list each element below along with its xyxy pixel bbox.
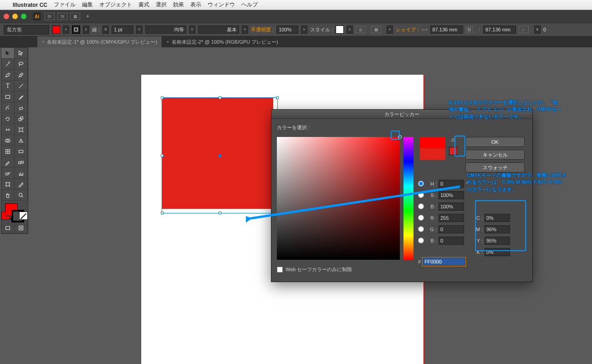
corner-icon[interactable]: ⌐ [519,26,529,33]
blend-tool-icon[interactable] [15,157,28,168]
line-tool-icon[interactable] [15,81,28,91]
pen-tool-icon[interactable] [1,70,15,81]
k-input[interactable] [485,248,510,256]
shaper-tool-icon[interactable] [1,102,15,113]
style-drop-icon[interactable]: ▾ [347,25,353,34]
r-radio[interactable] [418,215,424,221]
cancel-button[interactable]: キャンセル [465,150,525,160]
lasso-tool-icon[interactable] [15,59,28,70]
eyedropper-tool-icon[interactable] [1,157,15,168]
align-drop-icon[interactable]: ▾ [387,25,393,34]
recolor-icon[interactable]: ◎ [356,26,366,33]
menu-effect[interactable]: 効果 [173,1,184,9]
gamut-warning-icon[interactable]: ⚠ [449,137,457,143]
document-tab[interactable]: × 名称未設定-1* @ 100% (CMYK/GPU プレビュー) [37,36,162,47]
stroke-profile-drop-icon[interactable]: ▾ [189,25,195,34]
g-input[interactable] [439,225,464,233]
y-input[interactable] [485,237,510,245]
opacity-input[interactable] [276,25,298,34]
stroke-weight-drop-icon[interactable]: ▾ [136,25,143,34]
free-transform-tool-icon[interactable] [15,124,28,135]
fill-dropdown-icon[interactable]: ▾ [63,25,69,34]
eraser-tool-icon[interactable] [15,102,28,113]
m-input[interactable] [485,225,510,233]
bridge-icon[interactable]: Br [45,13,55,20]
brush-drop-icon[interactable]: ▾ [242,25,248,34]
saturation-value-field[interactable] [277,137,400,260]
b-radio[interactable] [418,203,424,209]
menu-help[interactable]: ヘルプ [241,1,258,9]
gpu-icon[interactable]: ✈ [83,13,93,20]
menu-select[interactable]: 選択 [156,1,167,9]
menu-type[interactable]: 書式 [138,1,149,9]
shape-width-input[interactable] [430,25,463,34]
document-tab[interactable]: × 名称未設定-2* @ 100% (RGB/GPU プレビュー) [162,36,283,47]
app-name[interactable]: Illustrator CC [13,2,47,8]
r-input[interactable] [439,214,464,222]
hand-tool-icon[interactable] [1,190,15,201]
shape-height-input[interactable] [483,25,516,34]
stroke-swatch[interactable] [72,25,80,34]
ok-button[interactable]: OK [465,137,525,147]
shape-label[interactable]: シェイプ : [396,26,418,33]
stroke-profile-select[interactable] [145,25,186,34]
paintbrush-tool-icon[interactable] [15,91,28,102]
arrange-documents-icon[interactable]: ▦ [70,13,80,20]
shape-builder-tool-icon[interactable] [1,135,15,146]
close-window-icon[interactable] [4,14,9,19]
menu-window[interactable]: ウィンドウ [208,1,235,9]
link-wh-icon[interactable]: ⛓ [466,26,473,33]
hue-slider[interactable] [403,137,413,260]
stock-icon[interactable]: St [57,13,67,20]
graph-tool-icon[interactable] [15,168,28,179]
close-tab-icon[interactable]: × [167,40,169,44]
perspective-tool-icon[interactable] [15,135,28,146]
b2-input[interactable] [439,237,464,245]
magic-wand-tool-icon[interactable] [1,59,15,70]
b2-radio[interactable] [418,238,424,243]
h-input[interactable] [439,180,464,188]
style-swatch[interactable] [336,25,344,34]
opacity-label[interactable]: 不透明度 : [251,26,274,33]
color-mode-none-icon[interactable] [19,212,28,220]
width-tool-icon[interactable] [1,124,15,135]
b-input[interactable] [439,202,464,211]
symbol-sprayer-tool-icon[interactable] [1,168,15,179]
websafe-checkbox[interactable] [277,267,283,273]
rectangle-shape[interactable] [162,97,273,209]
rectangle-tool-icon[interactable] [1,91,15,102]
screen-mode-icon[interactable] [1,222,15,233]
h-radio[interactable] [418,181,424,187]
draw-mode-icon[interactable] [15,222,28,233]
artboard-tool-icon[interactable] [1,179,15,190]
gamut-closest-swatch[interactable] [449,147,457,155]
selection-tool-icon[interactable] [1,48,15,59]
zoom-window-icon[interactable] [21,14,26,19]
slice-tool-icon[interactable] [15,179,28,190]
minimize-window-icon[interactable] [12,14,18,19]
stroke-weight-input[interactable] [112,25,133,34]
stroke-dropdown-icon[interactable]: ▾ [83,25,89,34]
close-tab-icon[interactable]: × [42,40,44,44]
type-tool-icon[interactable]: T [1,81,15,91]
hex-input[interactable] [423,258,465,266]
s-radio[interactable] [418,192,424,198]
brush-select[interactable] [198,25,239,34]
s-input[interactable] [439,191,464,199]
c-input[interactable] [485,214,510,222]
curvature-tool-icon[interactable] [15,70,28,81]
menu-view[interactable]: 表示 [190,1,201,9]
align-icon[interactable]: ▦ [371,26,381,33]
menu-file[interactable]: ファイル [54,1,76,9]
g-radio[interactable] [418,226,424,232]
scale-tool-icon[interactable] [15,113,28,124]
menu-edit[interactable]: 編集 [82,1,93,9]
fill-swatch[interactable] [52,25,60,34]
zoom-tool-icon[interactable] [15,190,28,201]
opacity-drop-icon[interactable]: ▾ [301,25,307,34]
stroke-weight-stepper-icon[interactable]: ≑ [102,25,109,34]
rotate-tool-icon[interactable] [1,113,15,124]
corner-stepper-icon[interactable]: ≑ [534,25,541,34]
mesh-tool-icon[interactable] [1,146,15,157]
direct-selection-tool-icon[interactable] [15,48,28,59]
